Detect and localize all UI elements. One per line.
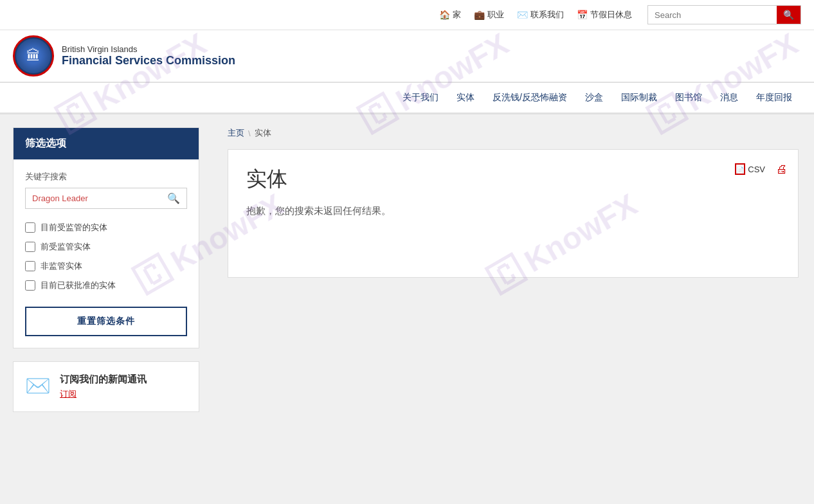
nav-link-annual[interactable]: 年度回报 [747, 83, 801, 113]
logo-text: British Virgin Islands Financial Service… [62, 44, 235, 68]
newsletter-subscribe-link[interactable]: 订阅 [60, 388, 147, 400]
main-nav: 关于我们 实体 反洗钱/反恐怖融资 沙盒 国际制裁 图书馆 消息 年度回报 [0, 83, 814, 114]
checkbox-previously-regulated[interactable] [25, 242, 35, 252]
filter-checkbox-currently-approved[interactable]: 目前已获批准的实体 [25, 280, 187, 291]
logo-circle: 🏛 [13, 35, 54, 76]
nav-item-library: 图书馆 [666, 83, 711, 113]
nav-link-sanctions[interactable]: 国际制裁 [612, 83, 666, 113]
main-content: 主页 \ 实体 📄 CSV 🖨 实体 抱歉，您的搜索未返回任何结果。 [212, 114, 814, 500]
newsletter-text: 订阅我们的新闻通讯 订阅 [60, 374, 147, 400]
filter-body: 关键字搜索 🔍 目前受监管的实体 前受监管实体 [14, 159, 199, 348]
briefcase-icon: 💼 [474, 10, 485, 20]
filter-checkbox-non-regulated[interactable]: 非监管实体 [25, 260, 187, 272]
csv-button[interactable]: 📄 CSV [730, 160, 770, 178]
sidebar: 筛选选项 关键字搜索 🔍 目前受监管的实体 前受监管实体 [0, 114, 212, 500]
nav-link-aml[interactable]: 反洗钱/反恐怖融资 [484, 83, 576, 113]
csv-icon: 📄 [735, 163, 745, 175]
nav-item-sanctions: 国际制裁 [612, 83, 666, 113]
filter-keyword-input[interactable] [26, 189, 161, 208]
mail-icon: ✉️ [517, 10, 528, 20]
home-icon: 🏠 [439, 10, 450, 20]
calendar-icon: 📅 [577, 10, 588, 20]
reset-filter-button[interactable]: 重置筛选条件 [25, 307, 187, 336]
top-bar-links: 🏠 家 💼 职业 ✉️ 联系我们 📅 节假日休息 [439, 9, 632, 21]
main-nav-list: 关于我们 实体 反洗钱/反恐怖融资 沙盒 国际制裁 图书馆 消息 年度回报 [393, 83, 801, 113]
page-title: 实体 [246, 165, 780, 194]
print-icon[interactable]: 🖨 [776, 163, 788, 176]
top-bar: 🏠 家 💼 职业 ✉️ 联系我们 📅 节假日休息 🔍 [0, 0, 814, 30]
checkbox-currently-regulated[interactable] [25, 222, 35, 233]
search-box: 🔍 [647, 5, 801, 24]
no-results-message: 抱歉，您的搜索未返回任何结果。 [246, 205, 780, 217]
search-input[interactable] [648, 6, 777, 24]
newsletter-icon: ✉️ [25, 374, 51, 398]
filter-header: 筛选选项 [14, 128, 199, 159]
nav-item-news: 消息 [711, 83, 747, 113]
nav-home[interactable]: 🏠 家 [439, 9, 461, 21]
content-card-toolbar: 📄 CSV 🖨 [730, 160, 788, 178]
breadcrumb-separator: \ [248, 129, 251, 138]
filter-keyword-label: 关键字搜索 [25, 171, 187, 183]
filter-input-wrap: 🔍 [25, 188, 187, 209]
breadcrumb-home[interactable]: 主页 [228, 127, 244, 139]
nav-item-about: 关于我们 [393, 83, 448, 113]
newsletter-panel: ✉️ 订阅我们的新闻通讯 订阅 [13, 361, 199, 412]
breadcrumb: 主页 \ 实体 [228, 127, 799, 139]
filter-search-button[interactable]: 🔍 [161, 188, 186, 208]
checkbox-non-regulated[interactable] [25, 261, 35, 271]
nav-link-entity[interactable]: 实体 [448, 83, 484, 113]
logo-text-top: British Virgin Islands [62, 44, 235, 54]
nav-link-sandbox[interactable]: 沙盒 [576, 83, 612, 113]
filter-checkbox-previously-regulated[interactable]: 前受监管实体 [25, 241, 187, 253]
logo-area: 🏛 British Virgin Islands Financial Servi… [13, 35, 235, 76]
content-card: 📄 CSV 🖨 实体 抱歉，您的搜索未返回任何结果。 [228, 149, 799, 278]
breadcrumb-current: 实体 [255, 127, 271, 139]
nav-contact[interactable]: ✉️ 联系我们 [517, 9, 564, 21]
nav-link-news[interactable]: 消息 [711, 83, 747, 113]
nav-item-entity: 实体 [448, 83, 484, 113]
nav-link-library[interactable]: 图书馆 [666, 83, 711, 113]
logo-inner: 🏛 [16, 39, 51, 73]
nav-career[interactable]: 💼 职业 [474, 9, 504, 21]
filter-panel: 筛选选项 关键字搜索 🔍 目前受监管的实体 前受监管实体 [13, 127, 199, 348]
nav-link-about[interactable]: 关于我们 [393, 83, 448, 113]
checkbox-currently-approved[interactable] [25, 280, 35, 291]
nav-holiday[interactable]: 📅 节假日休息 [577, 9, 632, 21]
lighthouse-icon: 🏛 [26, 48, 41, 64]
csv-label: CSV [748, 165, 765, 174]
site-header: 🏛 British Virgin Islands Financial Servi… [0, 30, 814, 83]
filter-checkboxes: 目前受监管的实体 前受监管实体 非监管实体 目前已获批准的实体 [25, 222, 187, 291]
nav-item-annual: 年度回报 [747, 83, 801, 113]
filter-title: 筛选选项 [25, 138, 66, 148]
nav-item-sandbox: 沙盒 [576, 83, 612, 113]
newsletter-title: 订阅我们的新闻通讯 [60, 374, 147, 386]
filter-checkbox-currently-regulated[interactable]: 目前受监管的实体 [25, 222, 187, 233]
search-button[interactable]: 🔍 [777, 6, 800, 24]
nav-item-aml: 反洗钱/反恐怖融资 [484, 83, 576, 113]
logo-text-bottom: Financial Services Commission [62, 54, 235, 68]
body-wrap: 筛选选项 关键字搜索 🔍 目前受监管的实体 前受监管实体 [0, 114, 814, 500]
